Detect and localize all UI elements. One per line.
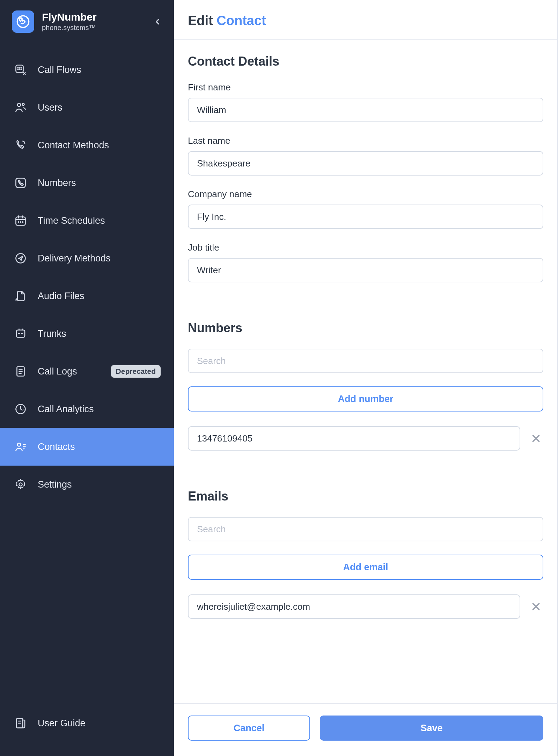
trunks-icon — [13, 326, 28, 341]
audio-file-icon — [13, 289, 28, 303]
number-entry-input[interactable] — [188, 426, 520, 451]
brand-text: FlyNumber phone.systems™ — [42, 12, 97, 32]
footer-actions: Cancel Save — [174, 703, 558, 756]
sidebar-item-label: Call Flows — [38, 65, 81, 75]
sidebar-item-audio-files[interactable]: Audio Files — [0, 277, 174, 315]
section-title-contact-details: Contact Details — [188, 54, 543, 69]
remove-email-button[interactable] — [529, 599, 543, 614]
page-title: Edit Contact — [188, 13, 543, 28]
svg-point-9 — [22, 103, 24, 105]
save-button[interactable]: Save — [320, 716, 543, 741]
sidebar-item-label: Contact Methods — [38, 140, 109, 151]
section-title-emails: Emails — [188, 489, 543, 504]
svg-point-3 — [19, 67, 20, 68]
numbers-icon — [13, 176, 28, 190]
sidebar-item-delivery-methods[interactable]: Delivery Methods — [0, 239, 174, 277]
sidebar-item-user-guide[interactable]: User Guide — [0, 704, 174, 742]
calendar-icon — [13, 213, 28, 228]
sidebar-item-users[interactable]: Users — [0, 89, 174, 126]
add-email-label: Add email — [343, 562, 388, 573]
svg-point-5 — [18, 69, 19, 70]
sidebar-item-settings[interactable]: Settings — [0, 466, 174, 503]
svg-point-2 — [18, 67, 19, 68]
call-logs-icon — [13, 364, 28, 379]
cancel-label: Cancel — [234, 723, 265, 733]
deprecated-badge: Deprecated — [111, 365, 161, 378]
sidebar: FlyNumber phone.systems™ — [0, 0, 174, 756]
section-contact-details: Contact Details First name Last name Com… — [188, 54, 543, 282]
input-first-name[interactable] — [188, 98, 543, 122]
svg-point-0 — [17, 16, 29, 27]
brand-logo — [12, 10, 34, 33]
emails-search-input[interactable] — [188, 517, 543, 541]
main-body[interactable]: Contact Details First name Last name Com… — [174, 40, 558, 703]
sidebar-item-time-schedules[interactable]: Time Schedules — [0, 202, 174, 239]
number-entry-row — [188, 426, 543, 451]
close-icon — [531, 433, 541, 444]
contact-methods-icon — [13, 138, 28, 153]
section-numbers: Numbers Add number — [188, 321, 543, 451]
field-last-name: Last name — [188, 135, 543, 176]
field-first-name: First name — [188, 82, 543, 122]
email-entry-row — [188, 594, 543, 619]
sidebar-item-call-logs[interactable]: Call Logs Deprecated — [0, 353, 174, 390]
users-icon — [13, 100, 28, 115]
brand-row: FlyNumber phone.systems™ — [0, 6, 174, 41]
sidebar-nav: Call Flows Users Conta — [0, 51, 174, 704]
sidebar-item-label: Delivery Methods — [38, 253, 111, 264]
sidebar-item-call-flows[interactable]: Call Flows — [0, 51, 174, 89]
sidebar-item-numbers[interactable]: Numbers — [0, 164, 174, 202]
svg-rect-16 — [16, 330, 25, 338]
svg-point-12 — [18, 222, 19, 222]
input-job-title[interactable] — [188, 258, 543, 282]
call-flows-icon — [13, 62, 28, 77]
input-last-name[interactable] — [188, 151, 543, 176]
user-guide-icon — [13, 716, 28, 731]
delivery-icon — [13, 251, 28, 266]
sidebar-item-call-analytics[interactable]: Call Analytics — [0, 390, 174, 428]
sidebar-item-contacts[interactable]: Contacts — [0, 428, 174, 466]
svg-rect-11 — [16, 217, 25, 225]
sidebar-item-label: Numbers — [38, 178, 76, 188]
field-company: Company name — [188, 189, 543, 229]
svg-point-15 — [16, 254, 25, 263]
field-job-title: Job title — [188, 242, 543, 282]
section-emails: Emails Add email — [188, 489, 543, 619]
sidebar-item-trunks[interactable]: Trunks — [0, 315, 174, 353]
svg-point-13 — [20, 222, 21, 222]
add-number-label: Add number — [338, 394, 394, 405]
remove-number-button[interactable] — [529, 431, 543, 446]
close-icon — [531, 601, 541, 612]
label-job-title: Job title — [188, 242, 543, 253]
svg-point-8 — [17, 103, 21, 106]
sidebar-item-label: Call Analytics — [38, 404, 94, 415]
chevron-left-icon — [153, 17, 162, 26]
svg-point-20 — [19, 483, 22, 486]
main-header: Edit Contact — [174, 0, 558, 40]
label-first-name: First name — [188, 82, 543, 93]
sidebar-collapse-button[interactable] — [153, 17, 162, 26]
page-title-plain: Edit — [188, 13, 216, 28]
sidebar-item-label: Call Logs — [38, 366, 77, 377]
svg-point-19 — [17, 443, 21, 446]
cancel-button[interactable]: Cancel — [188, 716, 310, 741]
svg-point-14 — [22, 222, 23, 222]
page-title-entity: Contact — [216, 13, 266, 28]
input-company[interactable] — [188, 205, 543, 229]
sidebar-item-label: Contacts — [38, 442, 75, 452]
sidebar-item-label: Users — [38, 102, 63, 113]
gear-icon — [13, 477, 28, 492]
label-company: Company name — [188, 189, 543, 200]
analytics-icon — [13, 402, 28, 416]
svg-point-7 — [21, 69, 22, 70]
sidebar-item-label: Trunks — [38, 328, 66, 339]
brand-subtitle: phone.systems™ — [42, 24, 97, 32]
sidebar-item-contact-methods[interactable]: Contact Methods — [0, 126, 174, 164]
sidebar-item-label: User Guide — [38, 718, 86, 729]
add-email-button[interactable]: Add email — [188, 555, 543, 580]
email-entry-input[interactable] — [188, 594, 520, 619]
add-number-button[interactable]: Add number — [188, 386, 543, 412]
numbers-search-input[interactable] — [188, 349, 543, 373]
svg-point-6 — [19, 69, 20, 70]
main-panel: Edit Contact Contact Details First name … — [174, 0, 558, 756]
